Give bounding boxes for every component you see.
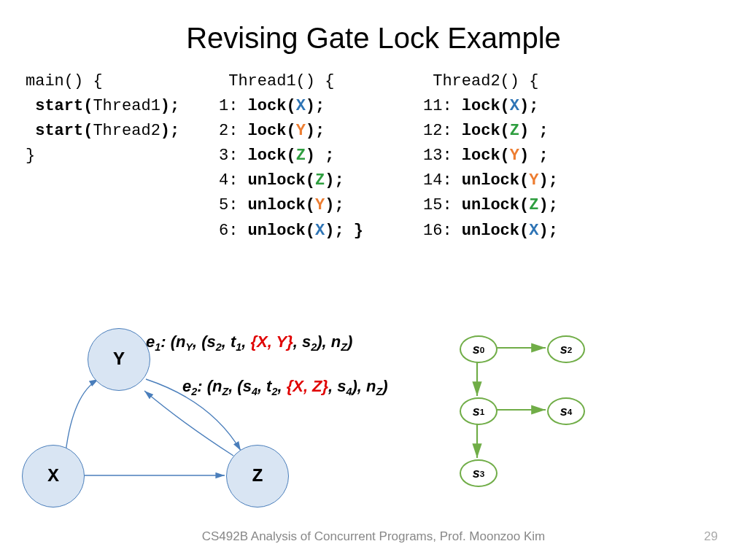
lock-node-z: Z bbox=[226, 445, 289, 508]
main-line-1: start(Thread1); bbox=[26, 94, 219, 119]
state-s1: s1 bbox=[460, 397, 498, 425]
code-columns: main() { start(Thread1); start(Thread2);… bbox=[0, 69, 747, 244]
t2-line-5: 15: unlock(Z); bbox=[423, 193, 642, 218]
state-s3: s3 bbox=[460, 459, 498, 487]
code-main: main() { start(Thread1); start(Thread2);… bbox=[26, 69, 219, 244]
footer-text: CS492B Analysis of Concurrent Programs, … bbox=[0, 529, 747, 544]
page-number: 29 bbox=[704, 529, 718, 544]
t1-line-6: 6: unlock(X); } bbox=[219, 219, 423, 244]
t2-line-6: 16: unlock(X); bbox=[423, 219, 642, 244]
main-header: main() { bbox=[26, 69, 219, 94]
code-thread1: Thread1() { 1: lock(X); 2: lock(Y); 3: l… bbox=[219, 69, 423, 244]
t2-line-3: 13: lock(Y) ; bbox=[423, 144, 642, 168]
slide: Revising Gate Lock Example main() { star… bbox=[0, 0, 747, 560]
state-graph: s0 s2 s1 s4 s3 bbox=[452, 332, 657, 521]
state-s4: s4 bbox=[547, 397, 585, 425]
t1-line-4: 4: unlock(Z); bbox=[219, 168, 423, 193]
code-thread2: Thread2() { 11: lock(X); 12: lock(Z) ; 1… bbox=[423, 69, 642, 244]
t2-line-4: 14: unlock(Y); bbox=[423, 168, 642, 193]
state-s0: s0 bbox=[460, 335, 498, 363]
main-line-2: start(Thread2); bbox=[26, 119, 219, 144]
t1-line-3: 3: lock(Z) ; bbox=[219, 144, 423, 168]
t2-line-1: 11: lock(X); bbox=[423, 94, 642, 119]
t2-header: Thread2() { bbox=[423, 69, 642, 94]
edge-e2: e2: (nZ, (s4, t2, {X, Z}, s4), nZ) bbox=[182, 376, 388, 399]
lock-node-y: Y bbox=[88, 328, 150, 391]
slide-title: Revising Gate Lock Example bbox=[0, 0, 747, 69]
t1-line-1: 1: lock(X); bbox=[219, 94, 423, 119]
edge-e1: e1: (nY, (s2, t1, {X, Y}, s2), nZ) bbox=[146, 332, 388, 354]
lock-node-x: X bbox=[22, 445, 85, 508]
t1-line-5: 5: unlock(Y); bbox=[219, 193, 423, 218]
t1-header: Thread1() { bbox=[219, 69, 423, 94]
t1-line-2: 2: lock(Y); bbox=[219, 119, 423, 144]
state-s2: s2 bbox=[547, 335, 585, 363]
edge-labels: e1: (nY, (s2, t1, {X, Y}, s2), nZ) e2: (… bbox=[146, 332, 388, 399]
main-close: } bbox=[26, 144, 219, 168]
t2-line-2: 12: lock(Z) ; bbox=[423, 119, 642, 144]
